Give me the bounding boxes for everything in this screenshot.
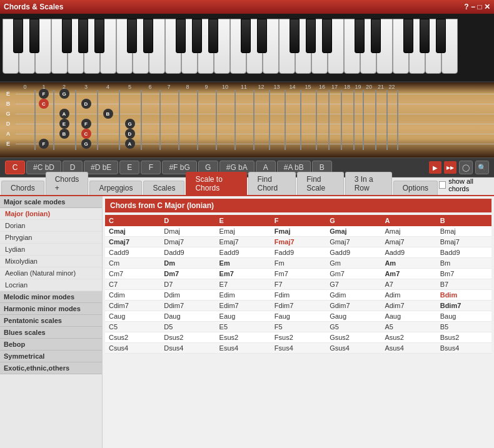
black-key[interactable]	[306, 19, 316, 53]
chord-cell[interactable]: Csus2	[105, 332, 160, 343]
chord-cell[interactable]: Bmaj	[436, 226, 491, 237]
black-key[interactable]	[371, 19, 381, 53]
chord-cell[interactable]: E5	[216, 322, 271, 332]
black-key[interactable]	[13, 19, 23, 53]
chord-cell[interactable]: Adim7	[381, 301, 436, 311]
chord-cell[interactable]: Bsus2	[436, 332, 491, 343]
tab-3-in-a-row[interactable]: 3 In a Row	[345, 172, 392, 195]
close-btn[interactable]: ✕	[484, 2, 490, 11]
chord-cell[interactable]: Gm7	[326, 269, 381, 279]
chord-cell[interactable]: Dsus2	[160, 332, 215, 343]
chord-cell[interactable]: D7	[160, 279, 215, 290]
chord-cell[interactable]: Gsus2	[326, 332, 381, 343]
chord-cell[interactable]: Cmaj	[105, 226, 160, 237]
chord-cell[interactable]: Daug	[160, 311, 215, 322]
chord-cell[interactable]: Gmaj7	[326, 237, 381, 247]
tab-find-scale[interactable]: Find Scale	[297, 172, 344, 195]
sidebar-item-locrian[interactable]: Locrian	[0, 279, 102, 291]
note-dot[interactable]: E	[59, 119, 69, 129]
note-dot[interactable]: A	[59, 109, 69, 119]
note-dot[interactable]: D	[81, 99, 91, 109]
black-key[interactable]	[420, 19, 430, 53]
note-dot[interactable]: G	[59, 89, 69, 99]
chord-cell[interactable]: B5	[436, 322, 491, 332]
chord-cell[interactable]: Gdim	[326, 290, 381, 301]
chord-cell[interactable]: Emaj	[216, 226, 271, 237]
note-dot[interactable]: F	[81, 119, 91, 129]
chord-cell[interactable]: Edim	[216, 290, 271, 301]
minimize-btn[interactable]: −	[471, 2, 475, 11]
chord-cell[interactable]: Gsus4	[326, 343, 381, 354]
chord-cell[interactable]: Fmaj7	[271, 237, 326, 247]
chord-cell[interactable]: Gaug	[326, 311, 381, 322]
black-key[interactable]	[29, 19, 39, 53]
chord-cell[interactable]: Fm7	[271, 269, 326, 279]
black-key[interactable]	[143, 19, 153, 53]
black-key[interactable]	[290, 19, 300, 53]
chord-cell[interactable]: Bm	[436, 258, 491, 269]
chord-cell[interactable]: Dmaj7	[160, 237, 215, 247]
chord-cell[interactable]: Asus2	[381, 332, 436, 343]
tab-scales[interactable]: Scales	[143, 181, 184, 195]
black-key[interactable]	[241, 19, 251, 53]
chord-cell[interactable]: Badd9	[436, 247, 491, 258]
chord-cell[interactable]: F7	[271, 279, 326, 290]
tab-arpeggios[interactable]: Arpeggios	[89, 181, 142, 195]
black-key[interactable]	[355, 19, 365, 53]
show-all-chords-checkbox[interactable]	[439, 181, 446, 189]
note-dot[interactable]: C	[39, 99, 49, 109]
search-button[interactable]: 🔍	[475, 161, 489, 174]
chord-cell[interactable]: G7	[326, 279, 381, 290]
sidebar-item-phrygian[interactable]: Phrygian	[0, 232, 102, 244]
chord-cell[interactable]: Csus4	[105, 343, 160, 354]
chord-cell[interactable]: Cmaj7	[105, 237, 160, 247]
chord-cell[interactable]: A7	[381, 279, 436, 290]
chord-cell[interactable]: F5	[271, 322, 326, 332]
chord-cell[interactable]: Am	[381, 258, 436, 269]
black-key[interactable]	[62, 19, 72, 53]
note-dot[interactable]: F	[39, 139, 49, 149]
tab-find-chord[interactable]: Find Chord	[248, 172, 296, 195]
chord-cell[interactable]: Bm7	[436, 269, 491, 279]
chord-cell[interactable]: B7	[436, 279, 491, 290]
piano-keys[interactable]	[3, 19, 458, 75]
chord-cell[interactable]: Bmaj7	[436, 237, 491, 247]
note-dot[interactable]: D	[125, 129, 135, 139]
chord-cell[interactable]: Emaj7	[216, 237, 271, 247]
chord-cell[interactable]: G5	[326, 322, 381, 332]
chord-cell[interactable]: Bdim7	[436, 301, 491, 311]
chord-cell[interactable]: Gm	[326, 258, 381, 269]
help-btn[interactable]: ?	[464, 2, 468, 11]
play-button-2[interactable]: ▶▶	[444, 161, 456, 174]
chord-cell[interactable]: Baug	[436, 311, 491, 322]
chord-cell[interactable]: Em7	[216, 269, 271, 279]
sidebar-item-mixolydian[interactable]: Mixolydian	[0, 256, 102, 267]
chord-cell[interactable]: Fsus2	[271, 332, 326, 343]
note-dot[interactable]: C	[81, 129, 91, 139]
chord-cell[interactable]: Fmaj	[271, 226, 326, 237]
chord-cell[interactable]: Aaug	[381, 311, 436, 322]
chord-cell[interactable]: Faug	[271, 311, 326, 322]
chord-cell[interactable]: Eaug	[216, 311, 271, 322]
loop-button[interactable]: ◯	[459, 161, 473, 174]
sidebar-item-aeolian-natural-minor[interactable]: Aeolian (Natural minor)	[0, 267, 102, 279]
chord-cell[interactable]: D5	[160, 322, 215, 332]
chord-cell[interactable]: E7	[216, 279, 271, 290]
chord-cell[interactable]: Bdim	[436, 290, 491, 301]
sidebar-item-major-ionian[interactable]: Major (Ionian)	[0, 208, 102, 220]
sidebar-item-dorian[interactable]: Dorian	[0, 220, 102, 232]
black-key[interactable]	[176, 19, 186, 53]
chord-cell[interactable]: Fdim7	[271, 301, 326, 311]
chord-cell[interactable]: Amaj7	[381, 237, 436, 247]
tab-chords[interactable]: Chords	[1, 181, 44, 195]
chord-cell[interactable]: Edim7	[216, 301, 271, 311]
chord-cell[interactable]: Ddim7	[160, 301, 215, 311]
chord-cell[interactable]: A5	[381, 322, 436, 332]
note-dot[interactable]: F	[39, 89, 49, 99]
chord-cell[interactable]: Amaj	[381, 226, 436, 237]
tab-chords-+[interactable]: Chords +	[46, 172, 89, 195]
chord-cell[interactable]: C5	[105, 322, 160, 332]
sidebar-item-lydian[interactable]: Lydian	[0, 244, 102, 256]
piano-keyboard[interactable]	[0, 14, 494, 81]
tab-scale-to-chords[interactable]: Scale to Chords	[186, 172, 246, 195]
